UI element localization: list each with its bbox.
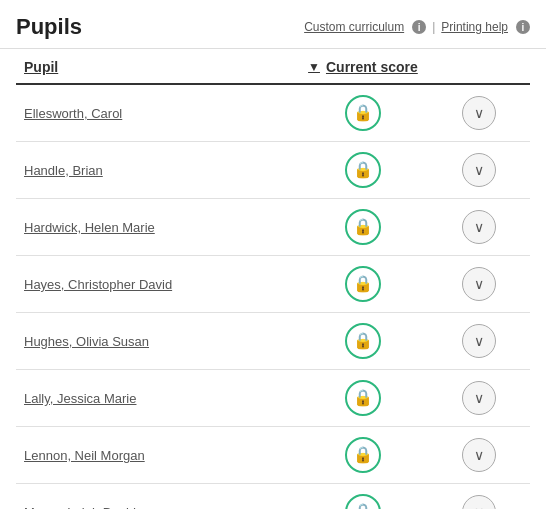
expand-chevron-button[interactable]: ∨ <box>462 438 496 472</box>
printing-help-link[interactable]: Printing help <box>441 20 508 34</box>
lock-icon: 🔒 <box>353 333 373 349</box>
pupil-name-link[interactable]: Lennon, Neil Morgan <box>24 448 145 463</box>
table-row: Moors, Leigh David🔒∨ <box>16 484 530 510</box>
lock-score-icon[interactable]: 🔒 <box>345 152 381 188</box>
table-row: Hardwick, Helen Marie🔒∨ <box>16 199 530 256</box>
expand-chevron-button[interactable]: ∨ <box>462 267 496 301</box>
page-header: Pupils Custom curriculum i | Printing he… <box>0 0 546 49</box>
table-row: Lennon, Neil Morgan🔒∨ <box>16 427 530 484</box>
pupil-name-link[interactable]: Handle, Brian <box>24 163 103 178</box>
pupils-table: Pupil ▼ Current score Ellesworth, Carol🔒… <box>16 49 530 509</box>
lock-icon: 🔒 <box>353 219 373 235</box>
pupil-name-link[interactable]: Lally, Jessica Marie <box>24 391 136 406</box>
lock-icon: 🔒 <box>353 276 373 292</box>
lock-score-icon[interactable]: 🔒 <box>345 266 381 302</box>
printing-help-info-icon[interactable]: i <box>516 20 530 34</box>
lock-icon: 🔒 <box>353 390 373 406</box>
page-title: Pupils <box>16 14 82 40</box>
table-row: Lally, Jessica Marie🔒∨ <box>16 370 530 427</box>
lock-score-icon[interactable]: 🔒 <box>345 437 381 473</box>
sort-arrow-icon: ▼ <box>308 60 320 74</box>
expand-chevron-button[interactable]: ∨ <box>462 381 496 415</box>
lock-icon: 🔒 <box>353 162 373 178</box>
lock-score-icon[interactable]: 🔒 <box>345 95 381 131</box>
table-row: Handle, Brian🔒∨ <box>16 142 530 199</box>
pupil-name-link[interactable]: Hughes, Olivia Susan <box>24 334 149 349</box>
pupil-name-link[interactable]: Moors, Leigh David <box>24 505 136 509</box>
expand-chevron-button[interactable]: ∨ <box>462 153 496 187</box>
header-links: Custom curriculum i | Printing help i <box>304 20 530 34</box>
col-header-score[interactable]: ▼ Current score <box>299 49 428 84</box>
table-row: Hayes, Christopher David🔒∨ <box>16 256 530 313</box>
expand-chevron-button[interactable]: ∨ <box>462 210 496 244</box>
expand-chevron-button[interactable]: ∨ <box>462 495 496 509</box>
custom-curriculum-info-icon[interactable]: i <box>412 20 426 34</box>
lock-score-icon[interactable]: 🔒 <box>345 494 381 509</box>
pupil-name-link[interactable]: Hardwick, Helen Marie <box>24 220 155 235</box>
lock-score-icon[interactable]: 🔒 <box>345 209 381 245</box>
lock-icon: 🔒 <box>353 447 373 463</box>
lock-score-icon[interactable]: 🔒 <box>345 380 381 416</box>
lock-score-icon[interactable]: 🔒 <box>345 323 381 359</box>
table-row: Hughes, Olivia Susan🔒∨ <box>16 313 530 370</box>
table-header-row: Pupil ▼ Current score <box>16 49 530 84</box>
lock-icon: 🔒 <box>353 105 373 121</box>
expand-chevron-button[interactable]: ∨ <box>462 324 496 358</box>
col-header-action <box>427 49 530 84</box>
expand-chevron-button[interactable]: ∨ <box>462 96 496 130</box>
custom-curriculum-link[interactable]: Custom curriculum <box>304 20 404 34</box>
table-row: Ellesworth, Carol🔒∨ <box>16 84 530 142</box>
col-header-pupil: Pupil <box>16 49 299 84</box>
pupil-name-link[interactable]: Hayes, Christopher David <box>24 277 172 292</box>
lock-icon: 🔒 <box>353 504 373 509</box>
pupils-table-container: Pupil ▼ Current score Ellesworth, Carol🔒… <box>0 49 546 509</box>
pupil-name-link[interactable]: Ellesworth, Carol <box>24 106 122 121</box>
